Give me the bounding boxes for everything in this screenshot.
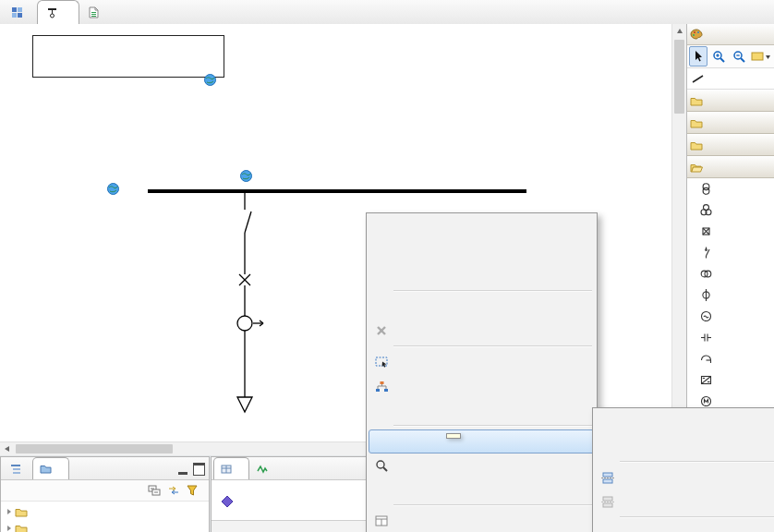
- link-with-editor-button[interactable]: [167, 485, 180, 496]
- submenu-item-rulers[interactable]: [595, 434, 774, 458]
- menu-item-edit[interactable]: [369, 295, 595, 319]
- substation-box[interactable]: [32, 35, 224, 78]
- zoom-in-tool-button[interactable]: [709, 46, 728, 66]
- motor-icon: [698, 394, 714, 408]
- menu-separator: [393, 504, 592, 506]
- horizontal-scroll-thumb[interactable]: [16, 444, 173, 453]
- submenu-item-grid[interactable]: [595, 410, 774, 434]
- palette-tool-electrical-connection[interactable]: [687, 68, 774, 90]
- scroll-left-button[interactable]: [0, 442, 14, 455]
- folder-icon: [15, 524, 28, 532]
- palette-drawer-power-equipment[interactable]: [687, 156, 774, 178]
- disconnector-shape: [245, 212, 251, 233]
- palette-item-current-transformer[interactable]: [687, 284, 774, 306]
- menu-item-load-single-line[interactable]: [369, 478, 595, 502]
- editor-tabbar: [0, 0, 774, 25]
- capacitor-icon: [698, 331, 714, 345]
- menu-item-delete: [369, 319, 595, 343]
- busbar-shape: [148, 189, 526, 193]
- convertor-icon: [698, 373, 714, 387]
- palette-drawer-bay-busbar-1[interactable]: [687, 112, 774, 134]
- submenu-item-snap-to-grid[interactable]: [595, 521, 774, 532]
- circuit-breaker-icon: [698, 224, 714, 238]
- single-line-diagram-icon: [46, 6, 58, 18]
- voltage-transformer-icon: [698, 267, 714, 281]
- menu-item-filters[interactable]: [369, 398, 595, 422]
- tab-signals[interactable]: [249, 457, 279, 479]
- palette-header[interactable]: [687, 24, 774, 45]
- menu-item-navigate[interactable]: [369, 239, 595, 263]
- tab-single-line-diagram[interactable]: [37, 0, 79, 24]
- menu-item-show-properties-view[interactable]: [369, 509, 595, 532]
- dashboard-icon: [11, 6, 23, 18]
- expand-chevron-icon[interactable]: [7, 526, 11, 531]
- scroll-up-button[interactable]: [672, 24, 686, 38]
- palette-item-disconnector[interactable]: [687, 242, 774, 263]
- submenu-item-page-breaks[interactable]: [595, 466, 774, 490]
- tab-sts-scl[interactable]: [79, 0, 120, 24]
- menu-separator: [620, 516, 774, 518]
- arrange-all-icon: [371, 378, 392, 394]
- tab-dashboard[interactable]: [2, 0, 37, 24]
- palette-icon: [690, 29, 703, 40]
- palette-item-capacitor-bank[interactable]: [687, 327, 774, 348]
- properties-view-icon: [371, 513, 392, 529]
- palette-item-2-winding-transformer[interactable]: [687, 178, 774, 200]
- palette-drawer-substation-structure[interactable]: [687, 90, 774, 112]
- tab-project-explorer[interactable]: [32, 457, 69, 479]
- palette-item-circuit-breaker[interactable]: [687, 221, 774, 242]
- collapse-all-button[interactable]: [148, 485, 161, 496]
- context-menu: [366, 212, 598, 532]
- menu-item-zoom[interactable]: [369, 453, 595, 478]
- palette-drawer-bay-busbar-2[interactable]: [687, 134, 774, 156]
- outline-icon: [10, 464, 21, 475]
- palette-item-convertor[interactable]: [687, 369, 774, 391]
- marquee-tool-dropdown[interactable]: [750, 46, 773, 66]
- view-submenu: [592, 407, 774, 532]
- canvas-vertical-scrollbar[interactable]: [671, 24, 686, 441]
- maximize-button[interactable]: [193, 463, 205, 476]
- scl-file-icon: [89, 6, 99, 18]
- transformer-3w-icon: [698, 203, 714, 217]
- zoom-icon: [371, 457, 392, 474]
- disconnector-icon: [698, 246, 714, 260]
- reactor-icon: [698, 352, 714, 366]
- generator-icon: [698, 309, 714, 323]
- palette-item-reactor[interactable]: [687, 348, 774, 369]
- palette-item-3-winding-transformer[interactable]: [687, 200, 774, 221]
- filter-button[interactable]: [187, 485, 198, 496]
- submenu-item-recalculate-page-breaks: [595, 490, 774, 514]
- vertical-scroll-thumb[interactable]: [674, 40, 684, 114]
- zoom-out-tool-button[interactable]: [730, 46, 748, 66]
- palette-item-generator[interactable]: [687, 306, 774, 327]
- expand-chevron-icon[interactable]: [7, 509, 11, 514]
- menu-item-add[interactable]: [369, 215, 595, 239]
- select-tool-button[interactable]: [689, 46, 707, 66]
- tree-item-clipped[interactable]: [6, 520, 209, 532]
- menu-separator: [393, 345, 592, 347]
- signals-icon: [257, 464, 268, 475]
- tab-properties[interactable]: [213, 457, 249, 479]
- delete-icon: [371, 322, 392, 339]
- palette-item-voltage-transformer[interactable]: [687, 263, 774, 284]
- menu-item-file[interactable]: [369, 263, 595, 287]
- transformer-2w-icon: [698, 182, 714, 196]
- globe-badge-icon: [204, 74, 216, 86]
- view-menu-tooltip: [446, 433, 461, 439]
- menu-item-select[interactable]: [369, 350, 595, 374]
- menu-item-view[interactable]: [369, 429, 595, 453]
- folder-icon: [15, 507, 28, 517]
- project-explorer-icon: [40, 464, 52, 474]
- minimize-button[interactable]: [178, 464, 187, 475]
- marquee-select-icon: [371, 354, 392, 370]
- tree-item-libraries[interactable]: [6, 503, 209, 520]
- current-transformer-shape: [237, 316, 252, 331]
- cable-termination-shape: [237, 397, 252, 412]
- project-explorer-toolbar: [1, 480, 209, 502]
- properties-icon: [221, 464, 232, 475]
- menu-item-arrange-all[interactable]: [369, 374, 595, 398]
- tab-outline[interactable]: [3, 457, 32, 479]
- project-tree: [1, 502, 209, 532]
- application-window: [0, 0, 774, 532]
- folder-icon: [690, 96, 703, 106]
